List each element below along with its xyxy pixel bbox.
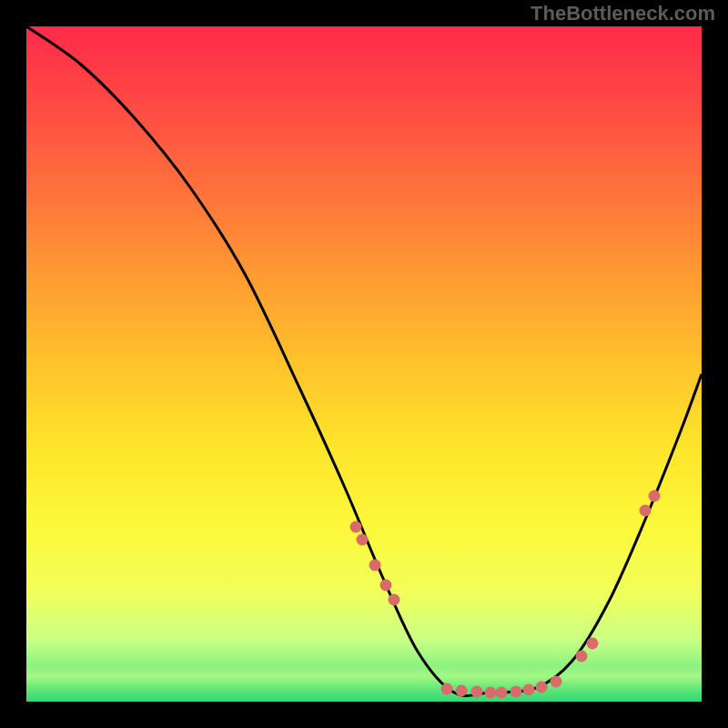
highlight-point xyxy=(441,683,453,695)
highlight-point xyxy=(369,560,381,571)
highlight-point xyxy=(389,594,400,606)
bottleneck-curve xyxy=(26,26,702,696)
highlight-point xyxy=(456,685,468,697)
chart-svg xyxy=(26,26,702,702)
highlight-point xyxy=(551,676,562,688)
highlight-point xyxy=(649,490,661,502)
watermark-text: TheBottleneck.com xyxy=(531,2,715,25)
highlight-point xyxy=(380,580,392,592)
highlight-point xyxy=(357,534,369,546)
highlight-point xyxy=(587,638,599,650)
chart-container: TheBottleneck.com xyxy=(0,0,728,728)
highlight-point xyxy=(576,651,588,662)
highlight-point xyxy=(350,521,362,533)
highlight-point xyxy=(536,682,548,693)
highlight-point xyxy=(471,686,483,698)
highlight-point xyxy=(640,505,652,517)
highlight-point xyxy=(523,684,535,696)
highlight-point xyxy=(485,687,497,699)
highlight-point xyxy=(511,686,522,698)
highlight-point xyxy=(496,687,508,699)
